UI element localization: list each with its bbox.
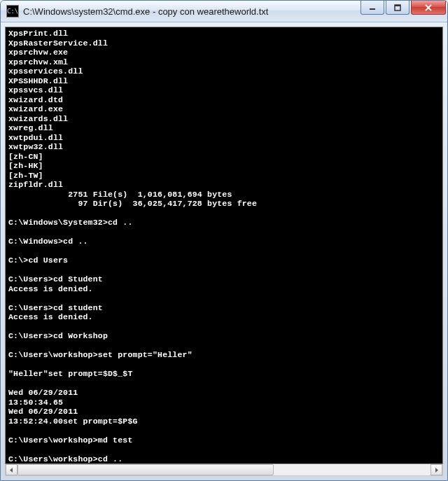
cmd-icon: C:\ (6, 5, 19, 18)
window-controls (360, 1, 446, 22)
scrollbar-thumb[interactable] (18, 464, 274, 475)
scroll-right-button[interactable] (430, 464, 442, 475)
titlebar[interactable]: C:\ C:\Windows\system32\cmd.exe - copy c… (1, 1, 447, 22)
scroll-left-button[interactable] (6, 464, 18, 475)
chevron-left-icon (9, 468, 14, 473)
svg-marker-6 (435, 468, 438, 473)
console-output[interactable]: XpsPrint.dll XpsRasterService.dll xpsrch… (5, 27, 443, 464)
maximize-icon (394, 4, 401, 11)
minimize-icon (369, 4, 376, 11)
svg-marker-5 (10, 468, 13, 473)
chevron-right-icon (434, 468, 439, 473)
horizontal-scrollbar[interactable] (5, 464, 443, 476)
maximize-button[interactable] (386, 1, 410, 15)
minimize-button[interactable] (360, 1, 384, 15)
window-title: C:\Windows\system32\cmd.exe - copy con w… (23, 6, 360, 17)
cmd-window: C:\ C:\Windows\system32\cmd.exe - copy c… (0, 0, 448, 481)
close-button[interactable] (411, 1, 446, 15)
close-icon (424, 4, 433, 11)
scrollbar-track[interactable] (18, 464, 430, 475)
